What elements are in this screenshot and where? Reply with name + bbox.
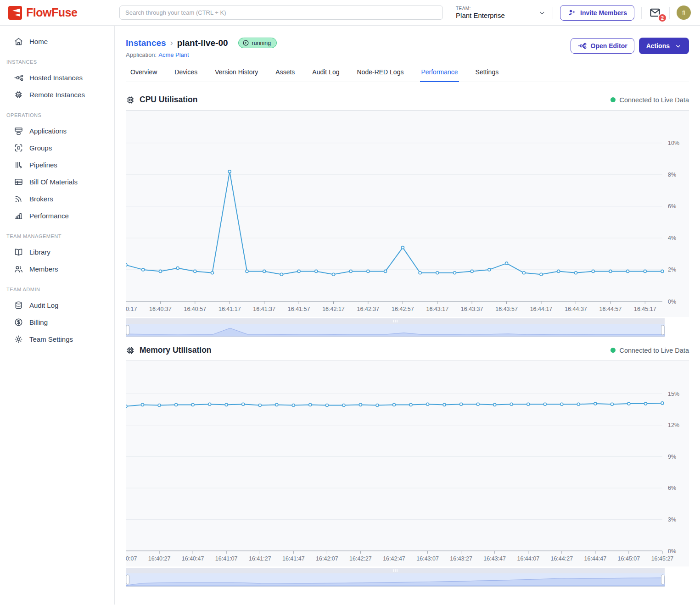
x-tick-label: 16:44:47 [584, 555, 607, 562]
data-point-marker [575, 272, 577, 274]
data-point-marker [594, 402, 597, 405]
actions-button[interactable]: Actions [639, 38, 689, 54]
data-point-marker [454, 272, 456, 274]
x-tick-label: 16:45:17 [634, 306, 656, 312]
data-point-marker [661, 270, 664, 272]
status-badge-label: running [252, 40, 271, 46]
sidebar-item-label: Audit Log [29, 301, 58, 309]
sidebar-item-label: Brokers [29, 195, 53, 203]
data-point-marker [342, 404, 345, 407]
cpu-chart-title: CPU Utilisation [140, 95, 197, 105]
tab-settings[interactable]: Settings [475, 66, 500, 82]
sidebar-item-pipelines[interactable]: Pipelines [0, 156, 114, 173]
billing-icon [14, 317, 23, 327]
x-tick-label: 16:40:37 [149, 306, 172, 312]
tab-assets[interactable]: Assets [274, 66, 296, 82]
memory-utilisation-section: Memory Utilisation Connected to Live Dat… [126, 342, 689, 587]
sidebar-item-label: Applications [29, 127, 67, 135]
data-point-marker [540, 273, 543, 276]
sidebar-item-brokers[interactable]: Brokers [0, 190, 114, 207]
sidebar-item-billing[interactable]: Billing [0, 314, 114, 331]
breadcrumb-instances-link[interactable]: Instances [126, 38, 166, 48]
breadcrumb: Instances › plant-live-00 running [126, 38, 277, 48]
sidebar-item-library[interactable]: Library [0, 244, 114, 261]
data-point-marker [225, 403, 228, 406]
data-point-marker [393, 403, 396, 406]
data-point-marker [208, 403, 211, 405]
divider [553, 7, 553, 19]
application-link[interactable]: Acme Plant [158, 51, 189, 58]
sidebar-item-team-settings[interactable]: Team Settings [0, 331, 114, 348]
search-input[interactable] [119, 6, 443, 20]
notifications-button[interactable]: 2 [649, 7, 662, 19]
tab-node-red-logs[interactable]: Node-RED Logs [356, 66, 405, 82]
brush-handle-right[interactable] [661, 325, 665, 335]
sidebar-item-applications[interactable]: Applications [0, 122, 114, 139]
sidebar-item-bill-of-materials[interactable]: Bill Of Materials [0, 173, 114, 190]
x-tick-label: 16:42:37 [357, 306, 380, 312]
data-point-marker [280, 273, 283, 276]
data-point-marker [470, 270, 473, 272]
invite-members-label: Invite Members [580, 9, 627, 17]
tab-bar: OverviewDevicesVersion HistoryAssetsAudi… [126, 66, 689, 82]
sidebar-item-members[interactable]: Members [0, 261, 114, 278]
data-point-marker [610, 403, 613, 405]
y-tick-label: 2% [668, 266, 676, 273]
data-point-marker [275, 403, 278, 406]
data-point-marker [510, 403, 513, 405]
library-icon [14, 247, 23, 257]
performance-icon [14, 211, 23, 221]
live-data-status-label: Connected to Live Data [619, 96, 689, 104]
sidebar-item-hosted-instances[interactable]: Hosted Instances [0, 69, 114, 86]
sidebar-item-label: Bill Of Materials [29, 178, 78, 186]
cpu-range-brush[interactable] [126, 318, 689, 337]
brush-handle-left[interactable] [126, 575, 129, 584]
data-point-marker [309, 403, 312, 406]
data-point-marker [142, 268, 145, 271]
audit-icon [14, 300, 23, 310]
sidebar-item-audit-log[interactable]: Audit Log [0, 297, 114, 314]
data-point-marker [211, 272, 214, 274]
brush-handle-left[interactable] [126, 325, 129, 335]
team-selector-label: TEAM: [456, 6, 505, 11]
flowfuse-logo[interactable]: FlowFuse [8, 6, 115, 20]
tab-performance[interactable]: Performance [420, 66, 459, 82]
members-icon [14, 264, 23, 274]
user-plus-icon [567, 8, 576, 17]
tab-version-history[interactable]: Version History [214, 66, 259, 82]
tab-overview[interactable]: Overview [129, 66, 158, 82]
divider [669, 7, 670, 19]
sidebar-item-remote-instances[interactable]: Remote Instances [0, 86, 114, 103]
y-tick-label: 0% [668, 299, 676, 305]
groups-icon [14, 143, 23, 153]
sidebar-item-home[interactable]: Home [0, 33, 114, 50]
open-editor-button[interactable]: Open Editor [571, 38, 634, 54]
sidebar-item-performance[interactable]: Performance [0, 207, 114, 224]
y-tick-label: 10% [668, 140, 679, 146]
memory-range-brush[interactable] [126, 568, 689, 587]
data-point-marker [194, 270, 196, 272]
x-tick-label: 16:45:07 [618, 555, 640, 562]
play-circle-icon [242, 39, 249, 46]
notifications-count-badge: 2 [658, 13, 667, 22]
data-point-marker [263, 270, 266, 272]
team-selector[interactable]: TEAM: Plant Enterprise [456, 6, 546, 19]
main-content: Instances › plant-live-00 running [115, 26, 700, 605]
y-tick-label: 6% [668, 485, 676, 491]
data-point-marker [505, 262, 508, 265]
sidebar-item-label: Library [29, 248, 50, 256]
sidebar-section-team-management: TEAM MANAGEMENT [0, 224, 114, 244]
user-avatar[interactable]: fl [677, 6, 691, 20]
tab-audit-log[interactable]: Audit Log [311, 66, 340, 82]
x-tick-label: 16:40:47 [182, 555, 204, 562]
brush-handle-right[interactable] [661, 575, 665, 584]
x-tick-label: 16:40:27 [148, 555, 171, 562]
y-tick-label: 0% [668, 548, 676, 555]
data-point-marker [426, 403, 429, 405]
sidebar-item-groups[interactable]: Groups [0, 139, 114, 156]
tab-devices[interactable]: Devices [174, 66, 198, 82]
sidebar-item-label: Billing [29, 318, 48, 326]
y-tick-label: 6% [668, 203, 676, 210]
live-data-status-label: Connected to Live Data [619, 347, 689, 354]
invite-members-button[interactable]: Invite Members [560, 5, 634, 21]
